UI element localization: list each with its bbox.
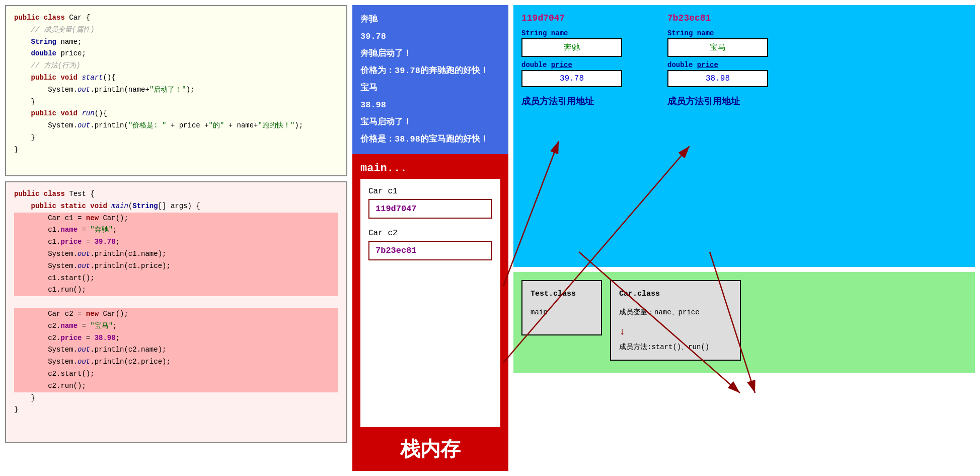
test-line-7: System.out.println(c1.price); [14, 260, 338, 273]
test-line-15: System.out.println(c2.price); [14, 356, 338, 368]
test-line-4: c1.name = "奔驰"; [14, 224, 338, 236]
left-column: public class Car { // 成员变量(属性) String na… [5, 5, 347, 471]
car-line-1: public class Car { [14, 12, 338, 24]
test-line-6: System.out.println(c1.name); [14, 248, 338, 260]
car-class-arrow: ↓ [619, 323, 732, 341]
heap-obj-2-title: 7b23ec81 [667, 13, 768, 23]
heap-obj-1-name-label: String name 奔驰 [521, 29, 622, 57]
car-class-methods: 成员方法:start()、run() [619, 341, 732, 354]
output-line-2: 39.78 [360, 28, 500, 45]
heap-obj-2-name-value: 宝马 [667, 38, 768, 57]
output-line-3: 奔驰启动了！ [360, 45, 500, 62]
heap-object-1: 119d7047 String name 奔驰 double price 39.… [521, 13, 622, 259]
car-class-panel: public class Car { // 成员变量(属性) String na… [5, 5, 347, 176]
stack-var-c2-box: 7b23ec81 [368, 241, 492, 260]
heap-obj-1-price-value: 39.78 [521, 70, 622, 87]
car-line-11: } [14, 132, 338, 144]
test-line-2: public static void main(String[] args) { [14, 200, 338, 213]
test-line-5: c1.price = 39.78; [14, 236, 338, 248]
test-line-12: c2.name = "宝马"; [14, 320, 338, 332]
car-line-4: double price; [14, 48, 338, 60]
stack-var-c2: Car c2 7b23ec81 [368, 229, 492, 260]
test-line-13: c2.price = 38.98; [14, 332, 338, 345]
test-class-box: Test.class main [521, 280, 602, 335]
car-class-title: Car.class [619, 287, 732, 303]
output-panel: 奔驰 39.78 奔驰启动了！ 价格为：39.78的奔驰跑的好快！ 宝马 38.… [352, 5, 508, 154]
test-line-19: } [14, 404, 338, 416]
stack-panel: main... Car c1 119d7047 Car c2 7b23ec81 … [352, 154, 508, 471]
stack-var-c1-label: Car c1 [368, 187, 492, 196]
car-line-7: System.out.println(name+"启动了！"); [14, 84, 338, 96]
car-line-10: System.out.println("价格是: " + price +"的" … [14, 120, 338, 132]
test-line-10 [14, 296, 338, 308]
car-line-9: public void run(){ [14, 108, 338, 120]
test-class-main: main [531, 306, 593, 319]
test-class-title: Test.class [531, 287, 593, 303]
heap-obj-2-price-value: 38.98 [667, 70, 768, 87]
stack-var-c2-label: Car c2 [368, 229, 492, 238]
car-line-5: // 方法(行为) [14, 60, 338, 72]
heap-obj-1-title: 119d7047 [521, 13, 622, 23]
car-line-6: public void start(){ [14, 72, 338, 84]
output-line-1: 奔驰 [360, 11, 500, 28]
stack-main-title: main... [360, 162, 407, 175]
output-line-6: 38.98 [360, 97, 500, 114]
stack-memory-label: 栈内存 [400, 427, 461, 463]
heap-panel: 119d7047 String name 奔驰 double price 39.… [513, 5, 975, 267]
car-line-2: // 成员变量(属性) [14, 24, 338, 36]
output-line-4: 价格为：39.78的奔驰跑的好快！ [360, 62, 500, 80]
test-class-panel: public class Test { public static void m… [5, 181, 347, 443]
heap-obj-1-name-value: 奔驰 [521, 38, 622, 57]
output-line-7: 宝马启动了！ [360, 114, 500, 131]
test-line-1: public class Test { [14, 188, 338, 200]
test-line-3: Car c1 = new Car(); [14, 213, 338, 225]
heap-object-2: 7b23ec81 String name 宝马 double price 38.… [667, 13, 768, 259]
right-column: 119d7047 String name 奔驰 double price 39.… [513, 5, 975, 471]
heap-obj-2-method-ref: 成员方法引用地址 [667, 95, 768, 107]
heap-obj-2-price-label: double price 38.98 [667, 61, 768, 87]
heap-obj-1-price-label: double price 39.78 [521, 61, 622, 87]
output-line-5: 宝马 [360, 80, 500, 97]
car-line-12: } [14, 144, 338, 156]
test-line-17: c2.run(); [14, 380, 338, 392]
test-line-18: } [14, 392, 338, 404]
test-line-14: System.out.println(c2.name); [14, 344, 338, 356]
stack-inner: Car c1 119d7047 Car c2 7b23ec81 [360, 179, 500, 427]
stack-var-c1-box: 119d7047 [368, 199, 492, 219]
test-line-11: Car c2 = new Car(); [14, 308, 338, 320]
test-line-9: c1.run(); [14, 284, 338, 296]
main-container: public class Car { // 成员变量(属性) String na… [0, 0, 980, 476]
output-line-8: 价格是：38.98的宝马跑的好快！ [360, 131, 500, 148]
middle-column: 奔驰 39.78 奔驰启动了！ 价格为：39.78的奔驰跑的好快！ 宝马 38.… [352, 5, 508, 471]
heap-obj-2-name-label: String name 宝马 [667, 29, 768, 57]
heap-obj-1-method-ref: 成员方法引用地址 [521, 95, 622, 107]
car-line-3: String name; [14, 36, 338, 48]
method-area-panel: Test.class main Car.class 成员变量：name、pric… [513, 272, 975, 373]
car-class-fields: 成员变量：name、price [619, 306, 732, 319]
car-line-8: } [14, 96, 338, 108]
car-class-box: Car.class 成员变量：name、price ↓ 成员方法:start()… [610, 280, 741, 361]
test-line-8: c1.start(); [14, 273, 338, 285]
stack-var-c1: Car c1 119d7047 [368, 187, 492, 219]
test-line-16: c2.start(); [14, 368, 338, 380]
